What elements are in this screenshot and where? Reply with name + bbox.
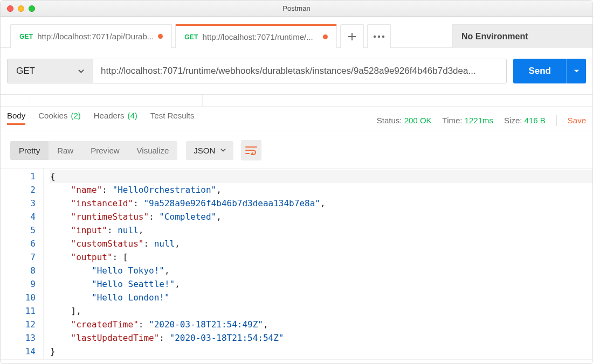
view-preview-button[interactable]: Preview xyxy=(82,141,128,160)
svg-point-1 xyxy=(378,35,380,37)
sub-cell xyxy=(30,95,203,106)
line-gutter: 1234567891011121314 xyxy=(1,169,44,359)
body-view-mode-group: Pretty Raw Preview Visualize xyxy=(10,141,177,160)
tab-cookies-label: Cookies xyxy=(38,111,67,120)
time-value: 1221ms xyxy=(465,116,493,125)
response-header: Body Cookies (2) Headers (4) Test Result… xyxy=(1,107,592,130)
sub-cell xyxy=(1,95,30,106)
body-format-select[interactable]: JSON xyxy=(186,141,233,160)
ellipsis-icon xyxy=(373,35,385,38)
sub-toolbar xyxy=(1,95,592,107)
wrap-lines-button[interactable] xyxy=(241,140,261,160)
tab-cookies[interactable]: Cookies (2) xyxy=(38,111,81,124)
request-bar: GET http://localhost:7071/runtime/webhoo… xyxy=(1,48,592,94)
status-value: 200 OK xyxy=(404,116,432,125)
chevron-down-icon xyxy=(574,68,580,74)
chevron-down-icon xyxy=(78,68,84,74)
send-button-label: Send xyxy=(513,66,566,76)
http-method-select[interactable]: GET xyxy=(7,59,93,83)
http-method-value: GET xyxy=(16,66,35,76)
environment-label: No Environment xyxy=(461,32,528,41)
tab-overflow-button[interactable] xyxy=(367,24,391,48)
tab-headers[interactable]: Headers (4) xyxy=(94,111,137,124)
view-raw-button[interactable]: Raw xyxy=(49,141,82,160)
save-response-button[interactable]: Save xyxy=(568,116,586,125)
request-tab-1[interactable]: GET http://localhost:7071/runtime/... xyxy=(175,24,337,48)
tab-label: http://localhost:7071/runtime/... xyxy=(203,32,319,41)
dirty-indicator-icon xyxy=(158,34,163,39)
body-view-toolbar: Pretty Raw Preview Visualize JSON xyxy=(1,130,592,168)
send-button[interactable]: Send xyxy=(513,59,586,83)
headers-count: (4) xyxy=(127,111,137,120)
body-format-value: JSON xyxy=(194,146,215,155)
svg-point-0 xyxy=(374,35,376,37)
tab-headers-label: Headers xyxy=(94,111,125,120)
divider xyxy=(556,115,557,126)
plus-icon xyxy=(347,32,357,41)
tab-body-label: Body xyxy=(7,111,25,120)
environment-selector[interactable]: No Environment xyxy=(452,24,592,48)
view-pretty-button[interactable]: Pretty xyxy=(10,141,49,160)
tab-body[interactable]: Body xyxy=(7,111,25,124)
window-title: Postman xyxy=(1,4,592,12)
wrap-icon xyxy=(245,145,257,155)
status-label: Status: 200 OK xyxy=(377,116,432,125)
tab-label: http://localhost:7071/api/Durab... xyxy=(37,32,154,41)
view-visualize-button[interactable]: Visualize xyxy=(128,141,178,160)
new-tab-button[interactable] xyxy=(340,24,364,48)
tab-method: GET xyxy=(19,33,33,40)
size-label: Size: 416 B xyxy=(504,116,546,125)
cookies-count: (2) xyxy=(71,111,80,120)
send-dropdown[interactable] xyxy=(567,68,586,74)
request-tabs: GET http://localhost:7071/api/Durab... G… xyxy=(1,17,592,48)
size-value: 416 B xyxy=(525,116,546,125)
svg-point-2 xyxy=(382,35,384,37)
tab-test-results-label: Test Results xyxy=(150,111,195,120)
chevron-down-icon xyxy=(220,148,226,153)
time-label: Time: 1221ms xyxy=(443,116,494,125)
response-body-editor[interactable]: 1234567891011121314 { "name": "HelloOrch… xyxy=(1,168,592,360)
response-body-code: { "name": "HelloOrchestration", "instanc… xyxy=(44,169,592,359)
tab-method: GET xyxy=(184,33,198,41)
dirty-indicator-icon xyxy=(323,34,328,39)
request-tab-0[interactable]: GET http://localhost:7071/api/Durab... xyxy=(10,24,172,48)
request-url-input[interactable]: http://localhost:7071/runtime/webhooks/d… xyxy=(93,59,507,83)
tab-test-results[interactable]: Test Results xyxy=(150,111,195,124)
window-titlebar: Postman xyxy=(1,1,592,17)
